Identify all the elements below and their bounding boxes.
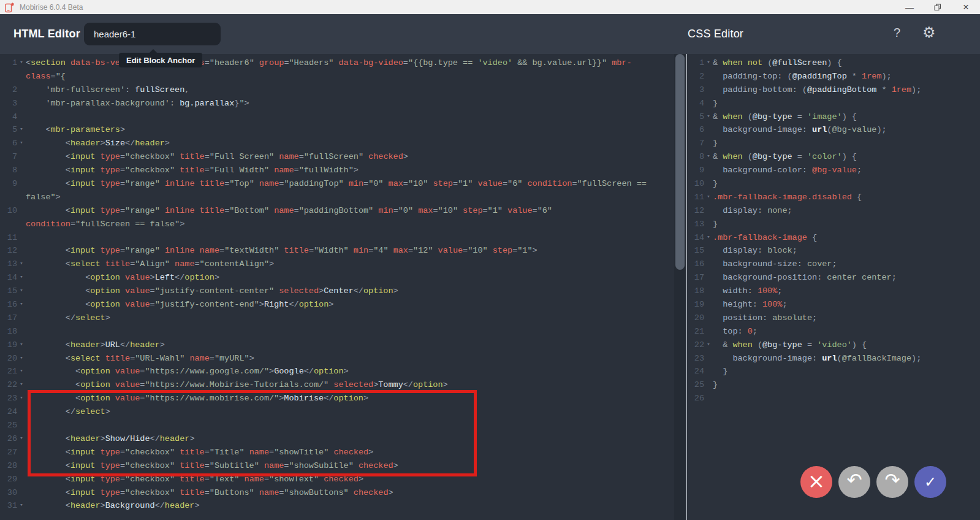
code-line[interactable]: 20 position: absolute; (687, 312, 980, 325)
collapse-arrow-icon[interactable]: ▾ (17, 432, 26, 446)
collapse-arrow-icon[interactable]: ▾ (17, 271, 26, 285)
code-line[interactable]: 18 (0, 325, 686, 338)
code-line[interactable]: 10 <input type="range" inline title="Bot… (0, 204, 686, 218)
code-line[interactable]: 10} (687, 177, 980, 191)
code-line[interactable]: 14▾.mbr-fallback-image { (687, 231, 980, 245)
line-number: 16 (687, 258, 704, 271)
code-line[interactable]: 31▾ <header>Background</header> (0, 499, 686, 513)
collapse-arrow-icon[interactable]: ▾ (704, 231, 713, 245)
collapse-arrow-icon[interactable]: ▾ (17, 365, 26, 378)
code-line[interactable]: class="{ (0, 70, 686, 83)
code-line[interactable]: 25} (687, 378, 980, 392)
gear-icon[interactable]: ⚙ (922, 24, 936, 41)
code-line[interactable]: 19▾ <header>URL</header> (0, 338, 686, 352)
minimize-button[interactable]: — (895, 0, 924, 14)
code-line[interactable]: 24 </select> (0, 405, 686, 419)
code-text: condition="fullScreen == false"> (26, 218, 184, 231)
code-line[interactable]: 1▾<section data-bs-version="5.1" class="… (0, 56, 686, 70)
close-button[interactable]: × (952, 0, 980, 14)
gutter-spacer (17, 110, 26, 124)
code-line[interactable]: 22▾ <option value="https://www.Mobirise-… (0, 378, 686, 392)
code-line[interactable]: 7 <input type="checkbox" title="Full Scr… (0, 150, 686, 164)
line-number: 8 (0, 164, 17, 177)
redo-button[interactable]: ↷ (876, 466, 908, 498)
collapse-arrow-icon[interactable]: ▾ (17, 378, 26, 392)
code-line[interactable]: 2 'mbr-fullscreen': fullScreen, (0, 83, 686, 97)
collapse-arrow-icon[interactable]: ▾ (17, 285, 26, 298)
confirm-button[interactable]: ✓ (914, 466, 946, 498)
code-line[interactable]: 24 } (687, 365, 980, 378)
code-line[interactable]: 6 background-image: url(@bg-value); (687, 123, 980, 137)
css-code-pane[interactable]: 1▾& when not (@fullScreen) {2 padding-to… (687, 54, 980, 520)
collapse-arrow-icon[interactable]: ▾ (704, 338, 713, 352)
code-line[interactable]: 7} (687, 137, 980, 150)
collapse-arrow-icon[interactable]: ▾ (704, 56, 713, 70)
code-line[interactable]: 26▾ <header>Show/Hide</header> (0, 432, 686, 446)
collapse-arrow-icon[interactable]: ▾ (17, 258, 26, 271)
collapse-arrow-icon[interactable]: ▾ (17, 298, 26, 312)
block-anchor-input[interactable] (84, 23, 221, 45)
code-line[interactable]: false"> (0, 191, 686, 204)
code-line[interactable]: 13} (687, 218, 980, 231)
code-line[interactable]: 2 padding-top: (@paddingTop * 1rem); (687, 70, 980, 83)
help-icon[interactable]: ? (894, 26, 900, 40)
collapse-arrow-icon[interactable]: ▾ (17, 392, 26, 405)
code-line[interactable]: 5▾ <mbr-parameters> (0, 123, 686, 137)
code-line[interactable]: 11 (0, 231, 686, 245)
code-line[interactable]: 15▾ <option value="justify-content-cente… (0, 285, 686, 298)
code-line[interactable]: 27 <input type="checkbox" title="Title" … (0, 446, 686, 459)
pane-divider[interactable] (686, 54, 687, 520)
code-line[interactable]: 1▾& when not (@fullScreen) { (687, 56, 980, 70)
restore-button[interactable] (924, 0, 952, 14)
code-line[interactable]: 16▾ <option value="justify-content-end">… (0, 298, 686, 312)
code-line[interactable]: 6▾ <header>Size</header> (0, 137, 686, 150)
scrollbar-thumb[interactable] (675, 54, 685, 270)
code-line[interactable]: 12 <input type="range" inline name="text… (0, 244, 686, 258)
code-line[interactable]: 30 <input type="checkbox" title="Buttons… (0, 486, 686, 500)
code-line[interactable]: 3 padding-bottom: (@paddingBottom * 1rem… (687, 83, 980, 97)
code-line[interactable]: 9 background-color: @bg-value; (687, 164, 980, 177)
code-line[interactable]: 23▾ <option value="https://www.mobirise.… (0, 392, 686, 405)
code-line[interactable]: 17 </select> (0, 312, 686, 325)
code-line[interactable]: 26 (687, 392, 980, 405)
cancel-button[interactable]: × (800, 466, 832, 498)
code-line[interactable]: 9 <input type="range" inline title="Top"… (0, 177, 686, 191)
collapse-arrow-icon[interactable]: ▾ (704, 191, 713, 204)
collapse-arrow-icon[interactable]: ▾ (704, 150, 713, 164)
code-line[interactable]: 4 (0, 110, 686, 124)
collapse-arrow-icon[interactable]: ▾ (17, 338, 26, 352)
collapse-arrow-icon[interactable]: ▾ (17, 499, 26, 513)
code-line[interactable]: 19 height: 100%; (687, 298, 980, 312)
code-line[interactable]: 29 <input type="checkbox" title="Text" n… (0, 473, 686, 486)
code-line[interactable]: 25 (0, 419, 686, 432)
code-line[interactable]: 5▾& when (@bg-type = 'image') { (687, 110, 980, 124)
collapse-arrow-icon[interactable]: ▾ (17, 352, 26, 365)
code-line[interactable]: 11▾.mbr-fallback-image.disabled { (687, 191, 980, 204)
code-line[interactable]: 17 background-position: center center; (687, 271, 980, 285)
code-line[interactable]: 21 top: 0; (687, 325, 980, 338)
code-line[interactable]: 23 background-image: url(@fallBackImage)… (687, 352, 980, 365)
code-line[interactable]: 16 background-size: cover; (687, 258, 980, 271)
code-line[interactable]: 8 <input type="checkbox" title="Full Wid… (0, 164, 686, 177)
code-line[interactable]: 8▾& when (@bg-type = 'color') { (687, 150, 980, 164)
scrollbar-track[interactable] (674, 54, 686, 520)
html-code-pane[interactable]: 1▾<section data-bs-version="5.1" class="… (0, 54, 686, 520)
code-line[interactable]: 3 'mbr-parallax-background': bg.parallax… (0, 97, 686, 110)
collapse-arrow-icon[interactable]: ▾ (17, 123, 26, 137)
code-line[interactable]: 12 display: none; (687, 204, 980, 218)
code-line[interactable]: 13▾ <select title="Align" name="contentA… (0, 258, 686, 271)
code-line[interactable]: condition="fullScreen == false"> (0, 218, 686, 231)
collapse-arrow-icon[interactable]: ▾ (704, 110, 713, 124)
code-line[interactable]: 15 display: block; (687, 244, 980, 258)
code-line[interactable]: 14▾ <option value>Left</option> (0, 271, 686, 285)
collapse-arrow-icon[interactable]: ▾ (17, 137, 26, 150)
line-number (0, 191, 17, 204)
code-line[interactable]: 28 <input type="checkbox" title="Subtitl… (0, 459, 686, 473)
code-line[interactable]: 20▾ <select title="URL-Wahl" name="myURL… (0, 352, 686, 365)
code-line[interactable]: 22▾ & when (@bg-type = 'video') { (687, 338, 980, 352)
code-line[interactable]: 4} (687, 97, 980, 110)
code-line[interactable]: 18 width: 100%; (687, 285, 980, 298)
collapse-arrow-icon[interactable]: ▾ (17, 56, 26, 70)
undo-button[interactable]: ↶ (838, 466, 870, 498)
code-line[interactable]: 21▾ <option value="https://www.google.co… (0, 365, 686, 378)
